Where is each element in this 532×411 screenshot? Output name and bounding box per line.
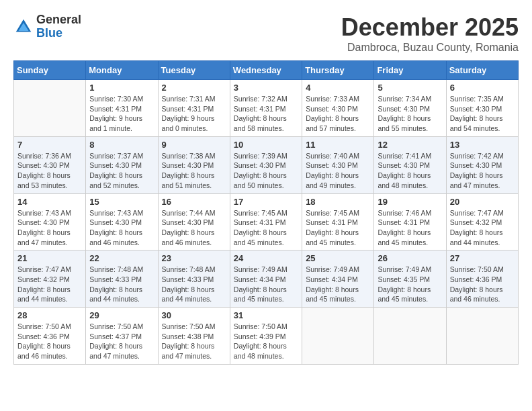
day-cell: 12Sunrise: 7:41 AMSunset: 4:30 PMDayligh… [374, 136, 446, 193]
day-cell: 3Sunrise: 7:32 AMSunset: 4:31 PMDaylight… [230, 80, 302, 137]
header-day-thursday: Thursday [302, 61, 374, 80]
day-info: Sunrise: 7:49 AMSunset: 4:34 PMDaylight:… [234, 265, 298, 304]
logo-blue: Blue [36, 26, 62, 40]
day-info: Sunrise: 7:45 AMSunset: 4:31 PMDaylight:… [306, 208, 370, 248]
day-info: Sunrise: 7:36 AMSunset: 4:30 PMDaylight:… [17, 151, 82, 191]
day-cell [446, 308, 518, 365]
day-number: 26 [378, 253, 442, 263]
location-subtitle: Dambroca, Buzau County, Romania [341, 42, 519, 54]
day-cell: 27Sunrise: 7:50 AMSunset: 4:36 PMDayligh… [446, 250, 518, 308]
day-number: 21 [17, 253, 82, 263]
day-cell: 23Sunrise: 7:48 AMSunset: 4:33 PMDayligh… [158, 250, 230, 308]
day-info: Sunrise: 7:42 AMSunset: 4:30 PMDaylight:… [450, 151, 515, 191]
day-info: Sunrise: 7:31 AMSunset: 4:31 PMDaylight:… [162, 94, 226, 134]
day-cell: 18Sunrise: 7:45 AMSunset: 4:31 PMDayligh… [302, 193, 374, 250]
day-number: 1 [89, 83, 154, 93]
day-number: 3 [234, 83, 298, 93]
day-info: Sunrise: 7:40 AMSunset: 4:30 PMDaylight:… [306, 151, 370, 191]
day-info: Sunrise: 7:49 AMSunset: 4:34 PMDaylight:… [306, 265, 370, 304]
day-number: 19 [378, 197, 442, 207]
header-day-sunday: Sunday [14, 61, 86, 80]
day-cell: 21Sunrise: 7:47 AMSunset: 4:32 PMDayligh… [14, 250, 86, 308]
day-info: Sunrise: 7:49 AMSunset: 4:35 PMDaylight:… [378, 265, 442, 304]
day-cell [302, 308, 374, 365]
calendar-table: SundayMondayTuesdayWednesdayThursdayFrid… [13, 60, 519, 365]
day-cell: 7Sunrise: 7:36 AMSunset: 4:30 PMDaylight… [14, 136, 86, 193]
day-number: 2 [162, 83, 226, 93]
week-row-4: 21Sunrise: 7:47 AMSunset: 4:32 PMDayligh… [14, 250, 519, 308]
day-number: 14 [17, 197, 82, 207]
day-cell: 30Sunrise: 7:50 AMSunset: 4:38 PMDayligh… [158, 308, 230, 365]
day-cell: 25Sunrise: 7:49 AMSunset: 4:34 PMDayligh… [302, 250, 374, 308]
day-info: Sunrise: 7:45 AMSunset: 4:31 PMDaylight:… [234, 208, 298, 248]
day-cell: 26Sunrise: 7:49 AMSunset: 4:35 PMDayligh… [374, 250, 446, 308]
day-info: Sunrise: 7:30 AMSunset: 4:31 PMDaylight:… [89, 94, 154, 134]
day-cell: 10Sunrise: 7:39 AMSunset: 4:30 PMDayligh… [230, 136, 302, 193]
day-number: 9 [162, 140, 226, 150]
header-row: SundayMondayTuesdayWednesdayThursdayFrid… [14, 61, 519, 80]
day-number: 13 [450, 140, 515, 150]
day-number: 27 [450, 253, 515, 263]
day-number: 25 [306, 253, 370, 263]
day-number: 12 [378, 140, 442, 150]
day-cell: 4Sunrise: 7:33 AMSunset: 4:30 PMDaylight… [302, 80, 374, 137]
day-cell: 24Sunrise: 7:49 AMSunset: 4:34 PMDayligh… [230, 250, 302, 308]
day-number: 7 [17, 140, 82, 150]
day-info: Sunrise: 7:50 AMSunset: 4:37 PMDaylight:… [89, 322, 154, 361]
day-info: Sunrise: 7:38 AMSunset: 4:30 PMDaylight:… [162, 151, 226, 191]
page-header: General Blue December 2025 Dambroca, Buz… [13, 13, 519, 54]
day-number: 16 [162, 197, 226, 207]
day-cell: 19Sunrise: 7:46 AMSunset: 4:31 PMDayligh… [374, 193, 446, 250]
logo-general: General [36, 13, 81, 26]
day-info: Sunrise: 7:39 AMSunset: 4:30 PMDaylight:… [234, 151, 298, 191]
day-info: Sunrise: 7:43 AMSunset: 4:30 PMDaylight:… [89, 208, 154, 248]
calendar-body: 1Sunrise: 7:30 AMSunset: 4:31 PMDaylight… [14, 80, 519, 365]
day-info: Sunrise: 7:32 AMSunset: 4:31 PMDaylight:… [234, 94, 298, 134]
day-number: 28 [17, 310, 82, 320]
week-row-3: 14Sunrise: 7:43 AMSunset: 4:30 PMDayligh… [14, 193, 519, 250]
header-day-friday: Friday [374, 61, 446, 80]
day-number: 4 [306, 83, 370, 93]
month-title: December 2025 [341, 13, 519, 42]
calendar-header: SundayMondayTuesdayWednesdayThursdayFrid… [14, 61, 519, 80]
header-day-tuesday: Tuesday [158, 61, 230, 80]
day-info: Sunrise: 7:35 AMSunset: 4:30 PMDaylight:… [450, 94, 515, 134]
day-cell: 16Sunrise: 7:44 AMSunset: 4:30 PMDayligh… [158, 193, 230, 250]
day-cell: 9Sunrise: 7:38 AMSunset: 4:30 PMDaylight… [158, 136, 230, 193]
day-info: Sunrise: 7:48 AMSunset: 4:33 PMDaylight:… [162, 265, 226, 304]
day-cell: 15Sunrise: 7:43 AMSunset: 4:30 PMDayligh… [86, 193, 158, 250]
week-row-2: 7Sunrise: 7:36 AMSunset: 4:30 PMDaylight… [14, 136, 519, 193]
day-info: Sunrise: 7:43 AMSunset: 4:30 PMDaylight:… [17, 208, 82, 248]
day-number: 18 [306, 197, 370, 207]
day-cell: 31Sunrise: 7:50 AMSunset: 4:39 PMDayligh… [230, 308, 302, 365]
day-number: 20 [450, 197, 515, 207]
title-area: December 2025 Dambroca, Buzau County, Ro… [341, 13, 519, 54]
day-number: 31 [234, 310, 298, 320]
day-cell: 11Sunrise: 7:40 AMSunset: 4:30 PMDayligh… [302, 136, 374, 193]
day-info: Sunrise: 7:34 AMSunset: 4:30 PMDaylight:… [378, 94, 442, 134]
day-number: 15 [89, 197, 154, 207]
day-cell: 2Sunrise: 7:31 AMSunset: 4:31 PMDaylight… [158, 80, 230, 137]
day-cell: 5Sunrise: 7:34 AMSunset: 4:30 PMDaylight… [374, 80, 446, 137]
header-day-monday: Monday [86, 61, 158, 80]
header-day-saturday: Saturday [446, 61, 518, 80]
day-cell: 28Sunrise: 7:50 AMSunset: 4:36 PMDayligh… [14, 308, 86, 365]
day-number: 30 [162, 310, 226, 320]
day-number: 24 [234, 253, 298, 263]
day-cell [374, 308, 446, 365]
day-number: 10 [234, 140, 298, 150]
day-cell [14, 80, 86, 137]
day-number: 8 [89, 140, 154, 150]
day-cell: 8Sunrise: 7:37 AMSunset: 4:30 PMDaylight… [86, 136, 158, 193]
logo-icon [13, 17, 34, 37]
day-number: 22 [89, 253, 154, 263]
week-row-1: 1Sunrise: 7:30 AMSunset: 4:31 PMDaylight… [14, 80, 519, 137]
day-cell: 1Sunrise: 7:30 AMSunset: 4:31 PMDaylight… [86, 80, 158, 137]
day-number: 5 [378, 83, 442, 93]
day-info: Sunrise: 7:41 AMSunset: 4:30 PMDaylight:… [378, 151, 442, 191]
day-cell: 14Sunrise: 7:43 AMSunset: 4:30 PMDayligh… [14, 193, 86, 250]
day-info: Sunrise: 7:50 AMSunset: 4:39 PMDaylight:… [234, 322, 298, 361]
day-cell: 17Sunrise: 7:45 AMSunset: 4:31 PMDayligh… [230, 193, 302, 250]
header-day-wednesday: Wednesday [230, 61, 302, 80]
logo: General Blue [13, 13, 81, 40]
